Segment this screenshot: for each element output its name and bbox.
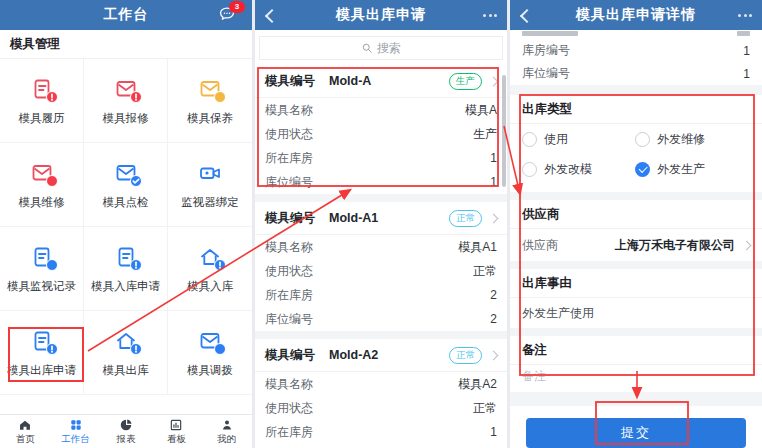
status-badge: 生产 bbox=[449, 73, 482, 90]
app-monitor-binding[interactable]: 监视器绑定 bbox=[168, 143, 252, 227]
mail-red-alert-icon bbox=[113, 76, 139, 102]
app-mold-outbound[interactable]: 模具出库 bbox=[84, 311, 168, 395]
app-mold-monitor-record[interactable]: 模具监视记录 bbox=[0, 227, 84, 311]
page-title: 模具出库申请 bbox=[336, 6, 426, 24]
section-title-mold-management: 模具管理 bbox=[0, 30, 252, 59]
bottom-tab-bar: 首页 工作台 报表 看板 我的 bbox=[0, 414, 252, 448]
card-row: 库位编号2 bbox=[255, 307, 507, 331]
supplier-section: 供应商 供应商 上海万禾电子有限公司 bbox=[510, 200, 762, 261]
card-row: 所在库房1 bbox=[255, 420, 507, 444]
radio-row: 使用 外发维修 bbox=[510, 124, 762, 154]
card-row: 库位编号1 bbox=[255, 170, 507, 194]
chevron-right-icon bbox=[489, 350, 499, 360]
info-row: 库位编号1 bbox=[510, 62, 762, 85]
app-label: 模具入库 bbox=[187, 279, 233, 294]
tab-workbench[interactable]: 工作台 bbox=[50, 415, 100, 448]
card-header[interactable]: 模具编号 Mold-A2 正常 bbox=[255, 339, 507, 372]
tab-label: 首页 bbox=[16, 433, 35, 446]
grid-icon bbox=[69, 418, 83, 432]
app-mold-inspection[interactable]: 模具点检 bbox=[84, 143, 168, 227]
card-row: 模具名称模具A2 bbox=[255, 372, 507, 396]
card-header[interactable]: 模具编号 Mold-A 生产 bbox=[255, 65, 507, 98]
search-icon bbox=[361, 42, 373, 54]
app-mold-repair-report[interactable]: 模具报修 bbox=[84, 59, 168, 143]
chevron-right-icon bbox=[489, 213, 499, 223]
doc-blue-alert-icon bbox=[113, 244, 139, 270]
search-area: 搜索 bbox=[255, 30, 507, 65]
reason-input[interactable]: 外发生产使用 bbox=[510, 298, 762, 328]
radio-circle-icon[interactable] bbox=[635, 132, 650, 147]
section-title-reason: 出库事由 bbox=[510, 269, 762, 298]
radio-circle-icon[interactable] bbox=[522, 162, 537, 177]
detail-appbar: 模具出库申请详情 bbox=[510, 0, 762, 30]
card-header[interactable]: 模具编号 Mold-A1 正常 bbox=[255, 202, 507, 235]
board-icon bbox=[169, 418, 183, 432]
divider bbox=[255, 194, 507, 202]
radio-external-repair[interactable]: 外发维修 bbox=[635, 131, 748, 148]
mail-blue-check-icon bbox=[113, 160, 139, 186]
message-bubble-icon[interactable]: 3 bbox=[218, 5, 238, 25]
divider bbox=[510, 328, 762, 336]
tab-reports[interactable]: 报表 bbox=[101, 415, 151, 448]
tab-home[interactable]: 首页 bbox=[0, 415, 50, 448]
submit-area: 提交 bbox=[510, 406, 762, 448]
divider bbox=[510, 85, 762, 95]
reason-section: 出库事由 外发生产使用 bbox=[510, 269, 762, 328]
divider bbox=[510, 192, 762, 200]
radio-checked-icon[interactable] bbox=[635, 162, 650, 177]
app-label: 模具监视记录 bbox=[7, 279, 76, 294]
more-icon[interactable] bbox=[738, 14, 752, 17]
app-label: 监视器绑定 bbox=[181, 195, 239, 210]
list-appbar: 模具出库申请 bbox=[255, 0, 507, 30]
app-mold-transfer[interactable]: 模具调拨 bbox=[168, 311, 252, 395]
radio-circle-icon[interactable] bbox=[522, 132, 537, 147]
supplier-select[interactable]: 供应商 上海万禾电子有限公司 bbox=[510, 229, 762, 261]
message-count-badge: 3 bbox=[229, 1, 245, 13]
outbound-apply-list-screen: 模具出库申请 搜索 模具编号 Mold-A 生产 模具名称模具A 使用状态生产 … bbox=[255, 0, 507, 448]
app-label: 模具入库申请 bbox=[91, 279, 160, 294]
tab-mine[interactable]: 我的 bbox=[202, 415, 252, 448]
app-mold-inbound-apply[interactable]: 模具入库申请 bbox=[84, 227, 168, 311]
scrollbar[interactable] bbox=[502, 75, 506, 187]
camera-blue-icon bbox=[197, 160, 223, 186]
page-title: 工作台 bbox=[104, 6, 149, 24]
card-row: 所在库房1 bbox=[255, 146, 507, 170]
search-input[interactable]: 搜索 bbox=[259, 36, 503, 60]
back-icon[interactable] bbox=[265, 9, 279, 23]
pie-icon bbox=[119, 418, 133, 432]
doc-blue-alert-icon bbox=[29, 328, 55, 354]
more-icon[interactable] bbox=[483, 14, 497, 17]
section-title-outbound-type: 出库类型 bbox=[510, 95, 762, 124]
submit-button[interactable]: 提交 bbox=[526, 418, 746, 448]
doc-red-icon bbox=[29, 76, 55, 102]
mold-card-Mold-A2[interactable]: 模具编号 Mold-A2 正常 模具名称模具A2 使用状态正常 所在库房1 库位… bbox=[255, 339, 507, 448]
app-mold-fixing[interactable]: 模具维修 bbox=[0, 143, 84, 227]
back-icon[interactable] bbox=[520, 9, 534, 23]
radio-external-modify[interactable]: 外发改模 bbox=[522, 161, 635, 178]
tab-label: 报表 bbox=[117, 433, 136, 446]
app-mold-maintenance[interactable]: 模具保养 bbox=[168, 59, 252, 143]
radio-row: 外发改模 外发生产 bbox=[510, 154, 762, 184]
app-mold-history[interactable]: 模具履历 bbox=[0, 59, 84, 143]
card-row: 使用状态正常 bbox=[255, 396, 507, 420]
app-mold-outbound-apply[interactable]: 模具出库申请 bbox=[0, 311, 84, 395]
mold-card-Mold-A[interactable]: 模具编号 Mold-A 生产 模具名称模具A 使用状态生产 所在库房1 库位编号… bbox=[255, 65, 507, 194]
tab-kanban[interactable]: 看板 bbox=[151, 415, 201, 448]
remark-input[interactable]: 备注 bbox=[510, 365, 762, 392]
divider bbox=[255, 331, 507, 339]
outbound-type-section: 出库类型 使用 外发维修 外发改模 外发生产 bbox=[510, 95, 762, 192]
radio-use[interactable]: 使用 bbox=[522, 131, 635, 148]
chevron-right-icon bbox=[742, 240, 752, 250]
app-label: 模具报修 bbox=[103, 111, 149, 126]
remark-section: 备注 备注 bbox=[510, 336, 762, 392]
outbound-apply-detail-screen: 模具出库申请详情 库房编号1 库位编号1 出库类型 使用 外发维修 外发改模 外… bbox=[510, 0, 762, 448]
code-value: Mold-A2 bbox=[329, 348, 378, 362]
card-row: 使用状态正常 bbox=[255, 259, 507, 283]
tab-label: 我的 bbox=[217, 433, 236, 446]
app-label: 模具出库 bbox=[103, 363, 149, 378]
app-mold-inbound[interactable]: 模具入库 bbox=[168, 227, 252, 311]
radio-external-production[interactable]: 外发生产 bbox=[635, 161, 748, 178]
app-grid: 模具履历 模具报修 模具保养 模具维修 模具点检 监视器绑定 模具监视记录 模 bbox=[0, 59, 252, 395]
home-icon bbox=[18, 418, 32, 432]
mold-card-Mold-A1[interactable]: 模具编号 Mold-A1 正常 模具名称模具A1 使用状态正常 所在库房2 库位… bbox=[255, 202, 507, 331]
